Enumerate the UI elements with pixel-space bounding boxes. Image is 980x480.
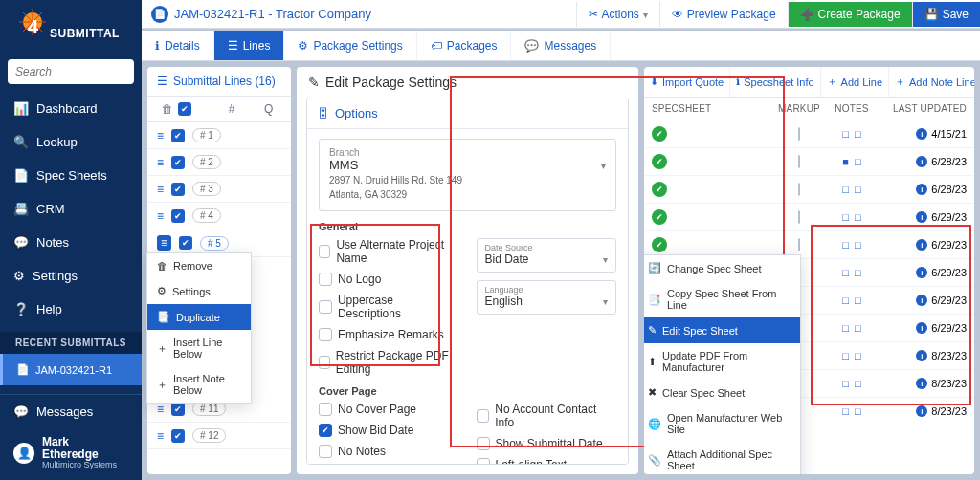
- table-row[interactable]: ✔□□i6/28/23: [644, 176, 974, 204]
- specsheet-info-button[interactable]: ℹSpecsheet Info: [730, 67, 820, 97]
- row-checkbox[interactable]: ✔: [171, 429, 185, 443]
- add-line-button[interactable]: ＋Add Line: [821, 67, 889, 97]
- ctx-settings[interactable]: ⚙Settings: [147, 278, 251, 304]
- note-icon[interactable]: □: [842, 405, 849, 417]
- nav-lookup[interactable]: 🔍Lookup: [0, 125, 142, 159]
- trash-icon[interactable]: 🗑: [157, 102, 178, 116]
- actions-dropdown[interactable]: ✂Actions: [576, 2, 659, 27]
- line-row[interactable]: ≡✔# 4: [147, 203, 291, 229]
- nav-specsheets[interactable]: 📄Spec Sheets: [0, 159, 142, 192]
- markup-checkbox[interactable]: [798, 238, 800, 251]
- note-icon[interactable]: □: [855, 267, 861, 278]
- row-checkbox[interactable]: ✔: [171, 209, 185, 223]
- search-input[interactable]: [8, 59, 134, 84]
- select-all-checkbox[interactable]: ✔: [178, 102, 191, 116]
- opt-no-notes[interactable]: No Notes: [319, 445, 459, 458]
- markup-checkbox[interactable]: [798, 210, 800, 224]
- tab-messages[interactable]: 💬Messages: [511, 31, 611, 60]
- ctx-duplicate[interactable]: 📑Duplicate: [147, 304, 251, 330]
- nav-notes[interactable]: 💬Notes: [0, 226, 142, 259]
- note-icon[interactable]: □: [842, 267, 849, 278]
- info-icon[interactable]: i: [916, 350, 927, 361]
- table-row[interactable]: ✔□□i6/29/23: [644, 204, 974, 231]
- drag-icon[interactable]: ≡: [157, 429, 164, 443]
- nav-settings[interactable]: ⚙Settings: [0, 259, 142, 293]
- markup-checkbox[interactable]: [798, 183, 800, 196]
- note-icon[interactable]: □: [842, 128, 849, 140]
- info-icon[interactable]: i: [916, 322, 927, 334]
- recent-item-1[interactable]: 📄ME070623: [0, 385, 142, 394]
- info-icon[interactable]: i: [916, 184, 927, 195]
- note-icon[interactable]: □: [855, 211, 861, 223]
- opt-show-bid-date[interactable]: ✔Show Bid Date: [319, 424, 459, 437]
- opt-no-cover[interactable]: No Cover Page: [319, 403, 459, 416]
- language-select[interactable]: Language English: [477, 280, 617, 315]
- nav-crm[interactable]: 📇CRM: [0, 192, 142, 226]
- opt-alt-project-name[interactable]: Use Alternate Project Name: [319, 238, 459, 265]
- info-icon[interactable]: i: [916, 295, 927, 306]
- markup-checkbox[interactable]: [798, 155, 800, 168]
- drag-icon[interactable]: ≡: [157, 235, 171, 251]
- opt-uppercase[interactable]: Uppercase Descriptions: [319, 294, 459, 320]
- note-icon[interactable]: □: [855, 184, 861, 195]
- line-row[interactable]: ≡✔# 12: [147, 423, 291, 449]
- note-icon[interactable]: □: [842, 295, 849, 306]
- line-row[interactable]: ≡✔# 3: [147, 176, 291, 203]
- tab-details[interactable]: ℹDetails: [142, 31, 214, 60]
- add-note-line-button[interactable]: ＋Add Note Line: [889, 67, 974, 97]
- drag-icon[interactable]: ≡: [157, 403, 164, 416]
- create-package-button[interactable]: ➕Create Package: [788, 2, 912, 27]
- note-icon[interactable]: □: [855, 322, 861, 334]
- note-icon[interactable]: □: [842, 322, 849, 334]
- info-icon[interactable]: i: [916, 211, 927, 223]
- nav-messages[interactable]: 💬Messages: [0, 395, 142, 428]
- note-icon[interactable]: □: [842, 211, 849, 223]
- info-icon[interactable]: i: [916, 128, 927, 140]
- nav-dashboard[interactable]: 📊Dashboard: [0, 92, 142, 125]
- line-row[interactable]: ≡✔# 1: [147, 122, 291, 149]
- preview-button[interactable]: 👁Preview Package: [659, 2, 788, 27]
- line-row[interactable]: ≡✔# 2: [147, 149, 291, 176]
- import-quote-button[interactable]: ⬇Import Quote: [644, 67, 730, 97]
- opt-no-contact-info[interactable]: No Account Contact Info: [477, 403, 617, 429]
- note-icon[interactable]: □: [842, 378, 849, 389]
- table-row[interactable]: ✔□□i4/15/21: [644, 120, 974, 148]
- line-row-active[interactable]: ≡ ✔ # 5 🗑Remove ⚙Settings 📑Duplicate ＋In…: [147, 229, 291, 257]
- markup-checkbox[interactable]: [798, 127, 800, 141]
- tab-lines[interactable]: ☰Lines: [214, 31, 285, 60]
- note-icon[interactable]: □: [842, 239, 849, 251]
- opt-show-submittal-date[interactable]: Show Submittal Date: [477, 437, 617, 450]
- branch-select[interactable]: Branch MMS 2897 N. Druid Hills Rd. Ste 1…: [319, 139, 616, 211]
- row-checkbox[interactable]: ✔: [171, 183, 185, 196]
- tab-packages[interactable]: 🏷Packages: [417, 31, 512, 60]
- row-checkbox[interactable]: ✔: [171, 403, 185, 416]
- note-icon[interactable]: □: [855, 295, 861, 306]
- spec-ctx-item[interactable]: ✎Edit Spec Sheet: [644, 317, 800, 343]
- spec-ctx-item[interactable]: 📑Copy Spec Sheet From Line: [644, 281, 800, 317]
- info-icon[interactable]: i: [916, 378, 927, 389]
- spec-ctx-item[interactable]: ⬆Update PDF From Manufacturer: [644, 343, 800, 380]
- ctx-insert-line[interactable]: ＋Insert Line Below: [147, 330, 251, 366]
- note-icon[interactable]: □: [842, 350, 849, 361]
- opt-no-logo[interactable]: No Logo: [319, 273, 459, 286]
- info-icon[interactable]: i: [916, 267, 927, 278]
- spec-ctx-item[interactable]: 🔄Change Spec Sheet: [644, 255, 800, 281]
- recent-item-0[interactable]: 📄JAM-032421-R1: [0, 354, 142, 385]
- note-icon[interactable]: □: [855, 128, 861, 140]
- opt-restrict-pdf[interactable]: Restrict Package PDF Editing: [319, 349, 459, 376]
- row-checkbox[interactable]: ✔: [171, 156, 185, 169]
- note-icon[interactable]: □: [855, 378, 861, 389]
- tab-package-settings[interactable]: ⚙Package Settings: [284, 31, 416, 60]
- note-icon[interactable]: □: [855, 405, 861, 417]
- info-icon[interactable]: i: [916, 239, 927, 251]
- drag-icon[interactable]: ≡: [157, 183, 164, 196]
- ctx-remove[interactable]: 🗑Remove: [147, 253, 251, 278]
- note-icon[interactable]: □: [855, 239, 861, 251]
- spec-ctx-item[interactable]: 📎Attach Additional Spec Sheet: [644, 442, 800, 474]
- date-source-select[interactable]: Date Source Bid Date: [477, 238, 617, 273]
- opt-left-align[interactable]: Left-align Text: [477, 458, 617, 465]
- row-checkbox[interactable]: ✔: [179, 236, 192, 250]
- note-icon[interactable]: □: [855, 156, 861, 167]
- table-row[interactable]: ✔■□i6/28/23: [644, 148, 974, 176]
- info-icon[interactable]: i: [916, 405, 927, 417]
